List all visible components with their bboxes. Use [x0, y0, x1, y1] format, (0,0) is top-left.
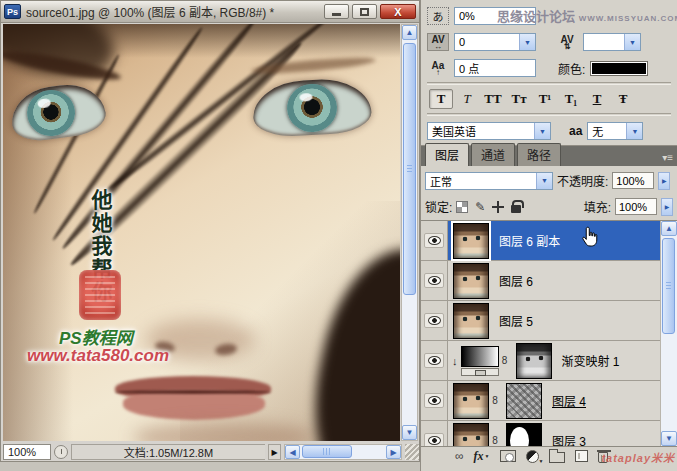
new-group-button[interactable] [549, 452, 565, 463]
opacity-value[interactable]: 100% [612, 172, 654, 189]
small-caps-button[interactable]: Tᴛ [507, 89, 531, 109]
layers-scroll-thumb[interactable] [662, 238, 675, 334]
horizontal-scroll-thumb[interactable] [302, 445, 352, 458]
maximize-button[interactable] [352, 4, 377, 19]
layer-name[interactable]: 图层 6 [499, 272, 533, 289]
visibility-cell [421, 221, 448, 260]
text-color-swatch[interactable] [590, 61, 648, 76]
layer-thumbnail[interactable] [453, 263, 489, 299]
layer-thumbnail[interactable] [453, 223, 489, 259]
layer-row[interactable]: 图层 6 副本 [421, 221, 660, 261]
gradient-map-thumbnail[interactable] [461, 346, 499, 376]
watermark-corner: tataplay米米 [601, 449, 675, 465]
blend-mode-select[interactable]: 正常 [425, 172, 553, 190]
baseline-shift-input[interactable]: 0 点 [454, 59, 536, 77]
visibility-cell [421, 381, 448, 420]
horizontal-scroll-track[interactable] [300, 445, 386, 459]
visibility-toggle[interactable] [424, 393, 444, 408]
fill-spinner-icon[interactable] [661, 198, 673, 216]
scroll-up-icon[interactable]: ▲ [402, 25, 417, 40]
layer-row[interactable]: 图层 3 [421, 421, 660, 446]
layer-mask-thumbnail[interactable] [506, 423, 542, 447]
image-canvas[interactable]: 他她我帮你 PS教程网 www.tata580.com [3, 24, 400, 441]
chevron-down-icon[interactable] [626, 123, 642, 139]
red-seal-stamp [79, 270, 121, 320]
vertical-scrollbar[interactable]: ▲ ▼ [401, 24, 418, 441]
visibility-toggle[interactable] [424, 233, 444, 248]
minimize-button[interactable] [324, 4, 349, 19]
delete-layer-button[interactable] [598, 452, 608, 463]
scroll-down-icon[interactable]: ▼ [661, 431, 677, 446]
layer-name[interactable]: 图层 4 [552, 392, 586, 409]
visibility-toggle[interactable] [424, 273, 444, 288]
visibility-toggle[interactable] [424, 353, 444, 368]
fill-value[interactable]: 100% [615, 198, 657, 215]
underline-button[interactable]: T [585, 89, 609, 109]
layer-thumbnail[interactable] [453, 303, 489, 339]
zoom-level-input[interactable]: 100% [3, 444, 51, 460]
language-select[interactable]: 美国英语 [427, 122, 551, 140]
lock-transparency-icon[interactable] [456, 201, 468, 213]
layer-thumbnail[interactable] [453, 383, 489, 419]
layer-row[interactable]: 图层 4 [421, 381, 660, 421]
vertical-scroll-thumb[interactable] [403, 43, 416, 295]
add-layer-mask-button[interactable] [500, 450, 516, 462]
eye-icon [428, 396, 441, 405]
layer-row[interactable]: 图层 5 [421, 301, 660, 341]
photo-mouth-line [115, 390, 271, 394]
status-flyout-button[interactable]: ▶ [268, 444, 281, 460]
layer-name[interactable]: 图层 5 [499, 312, 533, 329]
layers-scrollbar[interactable]: ▲ ▼ [660, 221, 677, 446]
scroll-up-icon[interactable]: ▲ [661, 221, 677, 236]
layer-name[interactable]: 图层 6 副本 [499, 232, 560, 249]
antialias-select[interactable]: 无 [587, 122, 643, 140]
title-bar[interactable]: Ps source01.jpg @ 100% (图层 6 副本, RGB/8#)… [1, 1, 419, 23]
visibility-toggle[interactable] [424, 313, 444, 328]
tab-paths[interactable]: 路径 [517, 143, 561, 166]
chevron-down-icon[interactable] [519, 34, 535, 50]
panel-menu-icon[interactable]: ▾≡ [662, 153, 673, 163]
superscript-button[interactable]: T¹ [533, 89, 557, 109]
chevron-down-icon[interactable] [624, 34, 640, 50]
all-caps-button[interactable]: TT [481, 89, 505, 109]
chevron-down-icon[interactable] [536, 173, 552, 189]
chevron-down-icon[interactable] [534, 123, 550, 139]
layer-thumbnail[interactable] [453, 423, 489, 447]
tracking-select[interactable] [583, 33, 641, 51]
tsume-input[interactable]: 0% [454, 7, 536, 25]
lock-all-icon[interactable] [511, 205, 521, 213]
layer-style-button[interactable]: fx [474, 449, 490, 464]
close-button[interactable]: X [380, 4, 416, 19]
new-layer-button[interactable] [575, 450, 588, 462]
lock-pixels-icon[interactable]: ✎ [475, 200, 485, 214]
new-adjustment-layer-button[interactable] [526, 450, 539, 463]
resize-grip[interactable] [405, 444, 419, 460]
right-panel: 思缘设计论坛 WWW.MISSYUAN.COM あ 0% AV↔ 0 AV⇅ [420, 0, 677, 471]
visibility-cell [421, 421, 448, 446]
faux-bold-button[interactable]: T [429, 89, 453, 109]
subscript-button[interactable]: T₁ [559, 89, 583, 109]
tab-layers[interactable]: 图层 [425, 143, 469, 166]
scroll-down-icon[interactable]: ▼ [402, 425, 417, 440]
layer-mask-thumbnail[interactable] [516, 343, 552, 379]
scroll-right-icon[interactable]: ▶ [386, 445, 401, 459]
visibility-toggle[interactable] [424, 433, 444, 446]
layer-mask-link-icon[interactable] [490, 435, 500, 446]
scroll-left-icon[interactable]: ◀ [285, 445, 300, 459]
kerning-select[interactable]: 0 [454, 33, 536, 51]
layer-mask-link-icon[interactable] [500, 355, 510, 366]
layer-mask-thumbnail[interactable] [506, 383, 542, 419]
layer-row[interactable]: ↓ 渐变映射 1 [421, 341, 660, 381]
tab-channels[interactable]: 通道 [471, 143, 515, 166]
strikethrough-button[interactable]: Ŧ [611, 89, 635, 109]
layer-mask-link-icon[interactable] [490, 395, 500, 406]
layers-list-container: 图层 6 副本 图层 6 图层 5 [421, 220, 677, 446]
opacity-spinner-icon[interactable] [658, 172, 670, 190]
layer-row[interactable]: 图层 6 [421, 261, 660, 301]
faux-italic-button[interactable]: T [455, 89, 479, 109]
lock-position-icon[interactable] [492, 201, 504, 213]
link-layers-button[interactable] [455, 449, 464, 463]
horizontal-scrollbar[interactable]: ◀ ▶ [284, 444, 402, 460]
layer-name[interactable]: 渐变映射 1 [562, 352, 620, 369]
layer-name[interactable]: 图层 3 [552, 432, 586, 446]
